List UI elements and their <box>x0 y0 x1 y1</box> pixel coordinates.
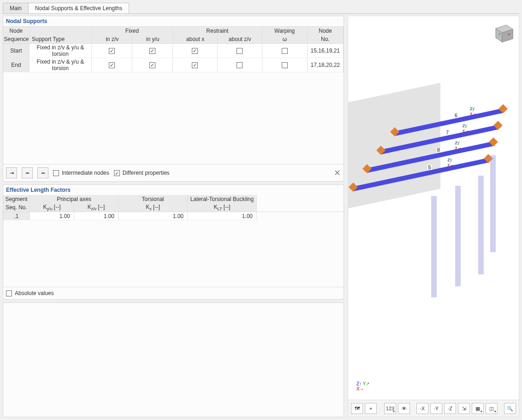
about-zv-cell[interactable] <box>218 44 262 58</box>
checkbox-icon[interactable] <box>192 48 198 54</box>
column <box>455 186 461 286</box>
output-panel <box>3 302 344 417</box>
fixed-yu-cell[interactable] <box>132 44 173 58</box>
col-fixed-zv: in z/v <box>92 35 133 43</box>
different-properties-label: Different properties <box>123 170 170 176</box>
node-no-cell: 17,18,20,22 <box>308 58 344 72</box>
checkbox-icon[interactable] <box>109 48 115 54</box>
beam-label: 6 <box>454 112 458 118</box>
table-row[interactable]: EndFixed in z/v & y/u & torsion17,18,20,… <box>3 58 344 72</box>
kx-cell[interactable]: 1.00 <box>119 212 188 220</box>
checkbox-icon[interactable] <box>237 62 243 68</box>
ns-tool-1[interactable]: ⇥ <box>6 167 17 178</box>
col-ltb: Lateral-Torsional Buckling <box>188 195 257 203</box>
table-row[interactable]: StartFixed in z/v & y/u & torsion15,16,1… <box>3 44 344 58</box>
col-kzv: Kz/v [--] <box>74 203 119 212</box>
local-axis-icon: zyx→ <box>463 123 469 133</box>
absolute-values-check[interactable]: Absolute values <box>6 290 54 296</box>
intermediate-nodes-check[interactable]: Intermediate nodes <box>53 170 109 176</box>
checkbox-icon[interactable] <box>149 62 155 68</box>
view-cube-icon[interactable]: ·X ·Y <box>489 20 515 46</box>
about-zv-cell[interactable] <box>218 58 262 72</box>
beam-label: 8 <box>436 147 441 153</box>
support-type-cell[interactable]: Fixed in z/v & y/u & torsion <box>30 44 92 58</box>
col-node-sequence: Node <box>3 27 30 35</box>
view-z-button[interactable]: ·Z <box>444 403 456 414</box>
row-sequence: End <box>3 58 30 72</box>
col-fixed-yu: in y/u <box>133 35 173 43</box>
tool-visibility[interactable]: 👁 <box>398 403 410 414</box>
fixed-zv-cell[interactable] <box>92 44 132 58</box>
segment-cell: .1 <box>3 212 30 220</box>
warp-cell[interactable] <box>262 44 308 58</box>
tool-pick[interactable]: ⌖ <box>365 403 377 414</box>
nodal-supports-table: Node Fixed Restraint Warping Node Sequen… <box>3 26 344 72</box>
intermediate-nodes-label: Intermediate nodes <box>62 170 109 176</box>
viewport-toolbar: 🗺 ⌖ 123 👁 ·X ·Y ·Z ⇲ ▦ ◫ 🔍 <box>348 400 519 417</box>
view-y-button[interactable]: ·Y <box>430 403 442 414</box>
view-x-button[interactable]: ·X <box>416 403 428 414</box>
fixed-yu-cell[interactable] <box>132 58 173 72</box>
node-no-cell: 15,16,19,21 <box>308 44 344 58</box>
tab-main[interactable]: Main <box>3 3 29 13</box>
col-principal: Principal axes <box>30 195 119 203</box>
checkbox-icon[interactable] <box>282 62 288 68</box>
nodal-supports-title: Nodal Supports <box>3 16 344 26</box>
effective-length-title: Effective Length Factors <box>3 185 344 195</box>
different-properties-check[interactable]: Different properties <box>114 170 170 176</box>
about-x-cell[interactable] <box>173 58 218 72</box>
col-about-zv: about z/v <box>218 35 262 43</box>
effective-length-panel: Effective Length Factors Segment Princip… <box>3 184 344 300</box>
local-axis-icon: zyx→ <box>470 106 477 116</box>
tool-numbering[interactable]: 123 <box>384 403 396 414</box>
klt-cell[interactable]: 1.00 <box>188 212 257 220</box>
ns-tool-2[interactable]: ⥇ <box>22 167 33 178</box>
zoom-extents-button[interactable]: 🔍 <box>504 403 516 414</box>
column <box>490 155 496 252</box>
tab-bar: Main Nodal Supports & Effective Lengths <box>3 3 519 14</box>
about-x-cell[interactable] <box>173 44 218 58</box>
view-iso-button[interactable]: ⇲ <box>458 403 470 414</box>
table-row[interactable]: .11.001.001.001.00 <box>3 212 344 220</box>
col-fixed: Fixed <box>92 27 173 35</box>
nodal-supports-panel: Nodal Supports Node Fixed Restraint Warp… <box>3 16 344 182</box>
kyu-cell[interactable]: 1.00 <box>30 212 74 220</box>
col-node-no: Node <box>308 27 344 35</box>
absolute-values-label: Absolute values <box>15 290 54 296</box>
col-node-sequence-2: Sequence <box>3 35 30 43</box>
axis-triad-icon: Z↑ Y↗X→ <box>356 381 369 391</box>
tab-nodal-supports[interactable]: Nodal Supports & Effective Lengths <box>28 3 129 13</box>
tool-scene[interactable]: 🗺 <box>351 403 363 414</box>
kzv-cell[interactable]: 1.00 <box>74 212 119 220</box>
local-axis-icon: zyx→ <box>447 157 454 167</box>
col-node-no-2: No. <box>308 35 344 43</box>
warp-cell[interactable] <box>262 58 308 72</box>
close-icon[interactable]: ✕ <box>334 168 341 178</box>
local-axis-icon: zyx→ <box>455 140 462 150</box>
svg-text:·X: ·X <box>507 33 510 36</box>
checkbox-icon[interactable] <box>282 48 288 54</box>
support-type-cell[interactable]: Fixed in z/v & y/u & torsion <box>30 58 92 72</box>
checkbox-icon[interactable] <box>109 62 115 68</box>
fixed-zv-cell[interactable] <box>92 58 132 72</box>
beam-label: 7 <box>445 130 450 135</box>
display-mode-button[interactable]: ▦ <box>472 403 484 414</box>
col-klt: KLT [--] <box>188 203 257 212</box>
row-sequence: Start <box>3 44 30 58</box>
checkbox-icon[interactable] <box>192 62 198 68</box>
svg-text:·Y: ·Y <box>498 33 501 36</box>
col-about-x: about x <box>173 35 218 43</box>
col-torsional: Torsional <box>119 195 188 203</box>
col-segment-2: Seq. No. <box>3 203 30 212</box>
column <box>431 196 437 297</box>
col-segment: Segment <box>3 195 30 203</box>
checkbox-icon[interactable] <box>149 48 155 54</box>
ns-tool-3[interactable]: ⥈ <box>37 167 48 178</box>
viewport-3d[interactable]: ·X ·Y 6zyx→7zyx→8zyx→5zyx→ Z↑ Y↗X→ <box>348 16 519 400</box>
render-mode-button[interactable]: ◫ <box>486 403 498 414</box>
col-restraint: Restraint <box>173 27 262 35</box>
column <box>478 176 484 274</box>
viewport-panel: ·X ·Y 6zyx→7zyx→8zyx→5zyx→ Z↑ Y↗X→ 🗺 ⌖ <box>348 16 519 417</box>
col-kyu: Ky/u [--] <box>30 203 74 212</box>
checkbox-icon[interactable] <box>237 48 243 54</box>
